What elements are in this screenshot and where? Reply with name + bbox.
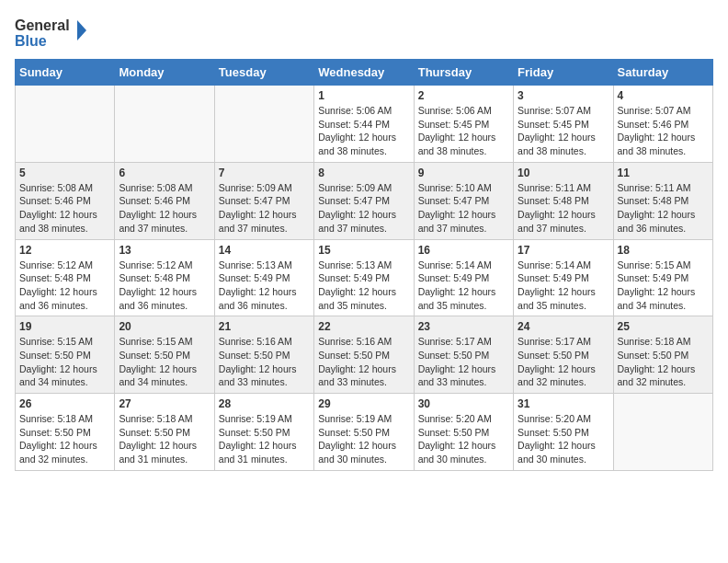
week-row-3: 12Sunrise: 5:12 AMSunset: 5:48 PMDayligh… — [16, 239, 713, 316]
header-day-wednesday: Wednesday — [314, 60, 414, 86]
calendar-cell: 23Sunrise: 5:17 AMSunset: 5:50 PMDayligh… — [414, 316, 513, 394]
calendar-cell — [16, 86, 115, 163]
cell-content: Sunrise: 5:15 AMSunset: 5:49 PMDaylight:… — [618, 259, 709, 313]
day-number: 4 — [618, 89, 709, 102]
logo: GeneralBlue — [15, 15, 88, 50]
calendar-cell: 16Sunrise: 5:14 AMSunset: 5:49 PMDayligh… — [414, 239, 513, 316]
calendar-cell — [214, 86, 313, 163]
cell-content: Sunrise: 5:19 AMSunset: 5:50 PMDaylight:… — [318, 412, 409, 466]
day-number: 9 — [418, 167, 509, 179]
day-number: 5 — [19, 167, 110, 179]
day-number: 20 — [119, 320, 210, 333]
calendar-cell: 19Sunrise: 5:15 AMSunset: 5:50 PMDayligh… — [16, 316, 115, 394]
day-number: 10 — [518, 167, 609, 179]
svg-text:Blue: Blue — [15, 33, 47, 49]
svg-text:General: General — [15, 17, 70, 33]
cell-content: Sunrise: 5:14 AMSunset: 5:49 PMDaylight:… — [518, 259, 609, 313]
day-number: 11 — [618, 167, 709, 179]
calendar-cell: 31Sunrise: 5:20 AMSunset: 5:50 PMDayligh… — [514, 394, 613, 471]
day-number: 31 — [518, 397, 609, 410]
calendar-cell: 7Sunrise: 5:09 AMSunset: 5:47 PMDaylight… — [214, 162, 313, 239]
calendar-cell: 9Sunrise: 5:10 AMSunset: 5:47 PMDaylight… — [414, 162, 513, 239]
day-number: 21 — [219, 320, 310, 333]
calendar-cell: 1Sunrise: 5:06 AMSunset: 5:44 PMDaylight… — [314, 86, 414, 163]
cell-content: Sunrise: 5:17 AMSunset: 5:50 PMDaylight:… — [418, 335, 509, 389]
day-number: 2 — [418, 89, 509, 102]
week-row-1: 1Sunrise: 5:06 AMSunset: 5:44 PMDaylight… — [16, 86, 713, 163]
cell-content: Sunrise: 5:14 AMSunset: 5:49 PMDaylight:… — [418, 259, 509, 313]
cell-content: Sunrise: 5:15 AMSunset: 5:50 PMDaylight:… — [119, 335, 210, 389]
cell-content: Sunrise: 5:16 AMSunset: 5:50 PMDaylight:… — [318, 335, 409, 389]
header-day-friday: Friday — [514, 60, 613, 86]
calendar-cell: 12Sunrise: 5:12 AMSunset: 5:48 PMDayligh… — [16, 239, 115, 316]
header-day-thursday: Thursday — [414, 60, 513, 86]
cell-content: Sunrise: 5:06 AMSunset: 5:44 PMDaylight:… — [318, 104, 409, 158]
calendar-cell: 5Sunrise: 5:08 AMSunset: 5:46 PMDaylight… — [16, 162, 115, 239]
day-number: 3 — [518, 89, 609, 102]
day-number: 28 — [219, 397, 310, 410]
day-number: 14 — [219, 244, 310, 257]
cell-content: Sunrise: 5:11 AMSunset: 5:48 PMDaylight:… — [618, 181, 709, 236]
cell-content: Sunrise: 5:11 AMSunset: 5:48 PMDaylight:… — [518, 181, 609, 236]
page-header: GeneralBlue — [15, 15, 713, 50]
cell-content: Sunrise: 5:12 AMSunset: 5:48 PMDaylight:… — [19, 259, 110, 313]
calendar-cell: 14Sunrise: 5:13 AMSunset: 5:49 PMDayligh… — [214, 239, 313, 316]
header-day-saturday: Saturday — [613, 60, 712, 86]
calendar-cell — [613, 394, 712, 471]
calendar-cell: 29Sunrise: 5:19 AMSunset: 5:50 PMDayligh… — [314, 394, 414, 471]
day-number: 12 — [19, 244, 110, 257]
cell-content: Sunrise: 5:08 AMSunset: 5:46 PMDaylight:… — [19, 181, 110, 236]
day-number: 23 — [418, 320, 509, 333]
day-number: 18 — [618, 244, 709, 257]
calendar-cell: 13Sunrise: 5:12 AMSunset: 5:48 PMDayligh… — [115, 239, 214, 316]
header-row: SundayMondayTuesdayWednesdayThursdayFrid… — [16, 60, 713, 86]
calendar-cell: 11Sunrise: 5:11 AMSunset: 5:48 PMDayligh… — [613, 162, 712, 239]
cell-content: Sunrise: 5:10 AMSunset: 5:47 PMDaylight:… — [418, 181, 509, 236]
day-number: 29 — [318, 397, 409, 410]
calendar-cell: 4Sunrise: 5:07 AMSunset: 5:46 PMDaylight… — [613, 86, 712, 163]
day-number: 16 — [418, 244, 509, 257]
day-number: 17 — [518, 244, 609, 257]
cell-content: Sunrise: 5:06 AMSunset: 5:45 PMDaylight:… — [418, 104, 509, 158]
calendar-cell: 20Sunrise: 5:15 AMSunset: 5:50 PMDayligh… — [115, 316, 214, 394]
week-row-5: 26Sunrise: 5:18 AMSunset: 5:50 PMDayligh… — [16, 394, 713, 471]
header-day-monday: Monday — [115, 60, 214, 86]
calendar-cell: 10Sunrise: 5:11 AMSunset: 5:48 PMDayligh… — [514, 162, 613, 239]
calendar-cell: 22Sunrise: 5:16 AMSunset: 5:50 PMDayligh… — [314, 316, 414, 394]
week-row-2: 5Sunrise: 5:08 AMSunset: 5:46 PMDaylight… — [16, 162, 713, 239]
calendar-cell: 2Sunrise: 5:06 AMSunset: 5:45 PMDaylight… — [414, 86, 513, 163]
cell-content: Sunrise: 5:17 AMSunset: 5:50 PMDaylight:… — [518, 335, 609, 389]
calendar-cell: 24Sunrise: 5:17 AMSunset: 5:50 PMDayligh… — [514, 316, 613, 394]
calendar-cell — [115, 86, 214, 163]
calendar-cell: 26Sunrise: 5:18 AMSunset: 5:50 PMDayligh… — [16, 394, 115, 471]
day-number: 15 — [318, 244, 409, 257]
header-day-sunday: Sunday — [16, 60, 115, 86]
cell-content: Sunrise: 5:20 AMSunset: 5:50 PMDaylight:… — [518, 412, 609, 466]
day-number: 30 — [418, 397, 509, 410]
cell-content: Sunrise: 5:13 AMSunset: 5:49 PMDaylight:… — [318, 259, 409, 313]
calendar-cell: 8Sunrise: 5:09 AMSunset: 5:47 PMDaylight… — [314, 162, 414, 239]
calendar-table: SundayMondayTuesdayWednesdayThursdayFrid… — [15, 59, 713, 471]
cell-content: Sunrise: 5:09 AMSunset: 5:47 PMDaylight:… — [219, 181, 310, 236]
logo-svg: GeneralBlue — [15, 15, 88, 50]
day-number: 6 — [119, 167, 210, 179]
calendar-cell: 18Sunrise: 5:15 AMSunset: 5:49 PMDayligh… — [613, 239, 712, 316]
cell-content: Sunrise: 5:13 AMSunset: 5:49 PMDaylight:… — [219, 259, 310, 313]
day-number: 8 — [318, 167, 409, 179]
calendar-cell: 6Sunrise: 5:08 AMSunset: 5:46 PMDaylight… — [115, 162, 214, 239]
cell-content: Sunrise: 5:20 AMSunset: 5:50 PMDaylight:… — [418, 412, 509, 466]
cell-content: Sunrise: 5:19 AMSunset: 5:50 PMDaylight:… — [219, 412, 310, 466]
cell-content: Sunrise: 5:18 AMSunset: 5:50 PMDaylight:… — [19, 412, 110, 466]
cell-content: Sunrise: 5:09 AMSunset: 5:47 PMDaylight:… — [318, 181, 409, 236]
day-number: 19 — [19, 320, 110, 333]
svg-marker-2 — [77, 20, 86, 40]
calendar-cell: 27Sunrise: 5:18 AMSunset: 5:50 PMDayligh… — [115, 394, 214, 471]
cell-content: Sunrise: 5:16 AMSunset: 5:50 PMDaylight:… — [219, 335, 310, 389]
cell-content: Sunrise: 5:18 AMSunset: 5:50 PMDaylight:… — [119, 412, 210, 466]
calendar-cell: 15Sunrise: 5:13 AMSunset: 5:49 PMDayligh… — [314, 239, 414, 316]
cell-content: Sunrise: 5:08 AMSunset: 5:46 PMDaylight:… — [119, 181, 210, 236]
cell-content: Sunrise: 5:07 AMSunset: 5:46 PMDaylight:… — [618, 104, 709, 158]
day-number: 27 — [119, 397, 210, 410]
week-row-4: 19Sunrise: 5:15 AMSunset: 5:50 PMDayligh… — [16, 316, 713, 394]
calendar-cell: 25Sunrise: 5:18 AMSunset: 5:50 PMDayligh… — [613, 316, 712, 394]
